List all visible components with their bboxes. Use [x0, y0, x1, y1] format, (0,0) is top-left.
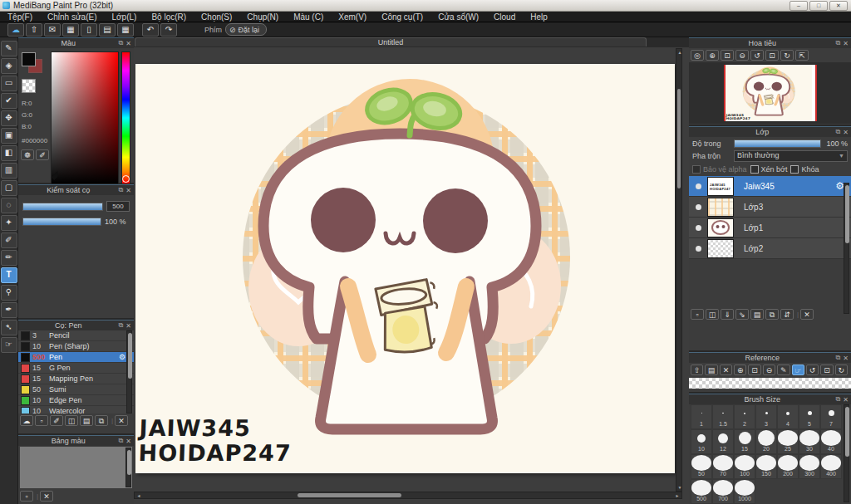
checkbox-icon[interactable] — [790, 165, 799, 174]
close-button[interactable]: ✕ — [829, 1, 848, 11]
brush-row-7[interactable]: 10Watercolor — [18, 406, 134, 413]
canvas-document[interactable]: JAIW345 HOIDAP247 — [135, 64, 675, 473]
ref-clear-button[interactable]: ✕ — [720, 365, 732, 375]
popout-icon[interactable]: ⧉ — [119, 186, 124, 194]
tool-magic-wand[interactable]: ✦ — [1, 215, 17, 231]
brush-size-30[interactable]: 30 — [799, 429, 820, 454]
palette-delete-button[interactable]: ✕ — [40, 491, 53, 502]
canvas-vertical-scrollbar[interactable]: ▲ ▼ — [676, 48, 682, 492]
nav-zoom-in-button[interactable]: ⊕ — [706, 50, 719, 61]
layer-visibility-dot[interactable] — [696, 204, 701, 210]
layer-folder-button[interactable]: ▤ — [750, 309, 764, 320]
tool-move[interactable]: ✥ — [1, 110, 17, 126]
layer-row-0[interactable]: JAIW345HOIDAP247Jaiw345⚙ — [689, 176, 851, 197]
layer-visibility-dot[interactable] — [696, 183, 701, 189]
tool-select-pen[interactable]: ✐ — [1, 232, 17, 248]
popout-icon[interactable]: ⧉ — [119, 321, 124, 330]
brush-row-2[interactable]: 500Pen⚙ — [18, 352, 134, 363]
reference-preview[interactable] — [689, 378, 851, 389]
ref-zoom-in-button[interactable]: ⊕ — [734, 365, 746, 375]
brush-size-25[interactable]: 25 — [777, 429, 799, 454]
close-icon[interactable]: ✕ — [843, 355, 849, 362]
brush-size-3[interactable]: 3 — [755, 404, 777, 429]
popout-icon[interactable]: ⧉ — [836, 39, 841, 47]
brush-size-1000[interactable]: 1000 — [734, 479, 755, 504]
tool-text[interactable]: T — [1, 267, 17, 283]
nav-zoom-out-button[interactable]: ⊖ — [735, 50, 749, 61]
broadcast-button[interactable]: ▦ — [62, 23, 79, 37]
brush-row-6[interactable]: 10Edge Pen — [18, 395, 134, 406]
nav-lock-button[interactable]: ⇱ — [795, 50, 809, 61]
layer-opacity-slider[interactable] — [734, 139, 821, 148]
reset-keys-button[interactable]: ⊘ Đặt lại — [225, 23, 267, 36]
ref-picker-button[interactable]: ✎ — [777, 365, 790, 375]
brush-row-1[interactable]: 10Pen (Sharp) — [18, 341, 134, 352]
brush-size-value[interactable]: 500 — [106, 201, 130, 212]
menu-item-2[interactable]: Lớp(L) — [105, 12, 145, 22]
layer-duplicate-button[interactable]: ◫ — [706, 309, 719, 320]
tool-snap[interactable]: ✔ — [1, 93, 17, 109]
ref-rotate-reset-button[interactable]: ⊡ — [820, 365, 833, 375]
brush-size-header[interactable]: Brush Size ⧉ ✕ — [689, 394, 851, 404]
comment-button[interactable]: ✉ — [44, 23, 61, 37]
brush-size-400[interactable]: 400 — [820, 454, 842, 479]
layer-copy-button[interactable]: ⧉ — [765, 309, 779, 320]
brush-size-1[interactable]: 1 — [691, 404, 712, 429]
brush-cloud-button[interactable]: ☁ — [20, 415, 33, 426]
tool-zoom[interactable]: ⚲ — [1, 285, 17, 301]
menu-item-10[interactable]: Cloud — [486, 12, 523, 22]
upload-button[interactable]: ⇧ — [26, 23, 42, 37]
menu-item-3[interactable]: Bộ lọc(R) — [144, 12, 194, 22]
layer-blend-select[interactable]: Bình thường ▼ — [734, 150, 848, 162]
layer-row-2[interactable]: Lớp1 — [689, 218, 851, 238]
tool-gradient[interactable]: ▥ — [1, 163, 17, 179]
menu-item-6[interactable]: Màu (C) — [286, 12, 331, 22]
sv-cursor[interactable] — [52, 171, 65, 184]
nav-zoom-reset-button[interactable]: ◎ — [691, 50, 704, 61]
tool-figure[interactable]: ▭ — [1, 76, 17, 91]
layer-visibility-dot[interactable] — [696, 246, 701, 252]
brush-opacity-slider[interactable] — [22, 218, 101, 226]
color-edit-button[interactable]: ✐ — [36, 149, 49, 160]
palette-add-button[interactable]: ▫ — [20, 491, 33, 502]
brush-size-4[interactable]: 4 — [777, 404, 799, 429]
brush-size-700[interactable]: 700 — [712, 479, 734, 504]
close-icon[interactable]: ✕ — [125, 438, 131, 445]
brush-size-70[interactable]: 70 — [712, 454, 734, 479]
menu-item-8[interactable]: Công cụ(T) — [374, 12, 430, 22]
material-button[interactable]: ▦ — [117, 23, 134, 37]
ref-open-button[interactable]: ▤ — [705, 365, 717, 375]
layer-row-3[interactable]: Lớp2 — [689, 238, 851, 259]
maximize-button[interactable]: □ — [809, 1, 828, 11]
transparent-color-swatch[interactable] — [22, 79, 36, 93]
brush-row-5[interactable]: 50Sumi — [18, 384, 134, 395]
tool-pen[interactable]: ✒ — [1, 302, 17, 318]
brush-size-scrollbar[interactable] — [844, 404, 849, 502]
layer-order-button[interactable]: ⇵ — [780, 309, 794, 320]
brush-size-300[interactable]: 300 — [799, 454, 820, 479]
brush-duplicate-button[interactable]: ◫ — [65, 415, 78, 426]
brush-size-50[interactable]: 50 — [691, 454, 712, 479]
layer-visibility-dot[interactable] — [696, 225, 701, 231]
nav-rotate-left-button[interactable]: ↺ — [750, 50, 764, 61]
brush-delete-button[interactable]: ✕ — [115, 415, 128, 426]
brush-row-3[interactable]: 15G Pen — [18, 363, 134, 374]
close-icon[interactable]: ✕ — [125, 40, 131, 47]
popout-icon[interactable]: ⧉ — [836, 395, 841, 404]
layers-header[interactable]: Lớp ⧉ ✕ — [689, 126, 851, 137]
brush-add-pen-button[interactable]: ✐ — [50, 415, 63, 426]
popout-icon[interactable]: ⧉ — [119, 437, 124, 445]
saturation-value-picker[interactable] — [51, 51, 119, 184]
brush-size-500[interactable]: 500 — [691, 479, 712, 504]
brush-row-4[interactable]: 15Mapping Pen — [18, 374, 134, 384]
layer-option-1[interactable]: Xén bớt — [750, 165, 788, 174]
close-icon[interactable]: ✕ — [843, 129, 849, 136]
tool-select-eraser[interactable]: ✏ — [1, 250, 17, 266]
brush-folder-button[interactable]: ▤ — [80, 415, 93, 426]
brush-row-0[interactable]: 3Pencil — [18, 330, 134, 341]
layer-transfer-button[interactable]: ⇘ — [735, 309, 749, 320]
brush-add-button[interactable]: ▫ — [35, 415, 48, 426]
brush-size-2[interactable]: 2 — [734, 404, 755, 429]
palette-mode-button[interactable]: ❁ — [21, 149, 34, 160]
ref-hand-button[interactable]: ☞ — [792, 365, 804, 375]
